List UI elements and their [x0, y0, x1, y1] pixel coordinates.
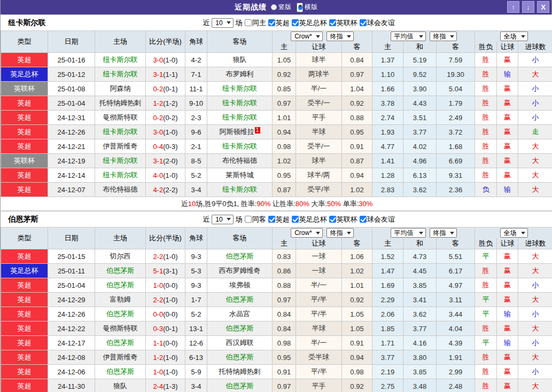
avg-draw-cell: 4.73 [403, 249, 437, 264]
away-team-cell: 阿斯顿维拉1 [207, 125, 273, 139]
avg-draw-cell: 3.62 [403, 307, 437, 322]
odds-company-header: Crow*终指 [273, 228, 372, 239]
score-cell: 3-1(1-1) [146, 67, 185, 82]
avg-home-cell: 1.71 [372, 336, 403, 350]
league-checkbox[interactable] [360, 216, 367, 223]
match-count-select[interactable]: 10 [212, 215, 233, 224]
result-wdl-cell: 胜 [475, 365, 497, 379]
odds-handicap-cell: 平/半 [296, 293, 342, 307]
avg-away-cell: 3.44 [437, 307, 475, 322]
average-time-select[interactable]: 终指 [430, 228, 457, 238]
same-venue-checkbox[interactable] [245, 216, 252, 223]
away-team-cell: 布伦特福德 [207, 154, 273, 168]
odds-away-cell: 1.05 [342, 307, 372, 322]
league-filter-option[interactable]: 英联杯 [329, 215, 357, 224]
league-badge: 英超 [1, 168, 48, 183]
league-checkbox[interactable] [268, 216, 275, 223]
odds-home-cell: 0.92 [273, 67, 296, 82]
scroll-down-button[interactable]: ↓ [522, 1, 534, 13]
average-select[interactable]: 平均值 [391, 228, 426, 238]
match-date: 24-12-17 [48, 336, 95, 350]
scope-select[interactable]: 全场 [500, 32, 528, 41]
radio-vertical-layout[interactable]: 竖版 [271, 3, 291, 12]
fulltime-score: 1-0 [153, 368, 163, 376]
odds-handicap-cell: 平/半 [296, 307, 342, 322]
radio-selected-icon[interactable] [297, 3, 303, 12]
radio-icon[interactable] [271, 4, 277, 10]
home-team-name: 纽卡斯尔联 [103, 156, 138, 164]
result-wdl-cell: 平 [475, 307, 497, 322]
away-team-cell: 纽卡斯尔联 [207, 111, 273, 125]
league-checkbox[interactable] [329, 216, 336, 223]
away-team-name: 西布罗姆维奇 [219, 266, 261, 275]
fulltime-score: 0-2 [153, 85, 163, 93]
result-wdl-cell: 胜 [475, 53, 497, 67]
away-team-cell: 伯恩茅斯 [207, 379, 273, 392]
league-badge: 英超 [1, 350, 48, 365]
odds-away-cell: 0.91 [342, 336, 372, 350]
scope-select[interactable]: 全场 [500, 228, 528, 238]
section-header-cell: 伯恩茅斯近10场同客英超英足总杯英联杯球会友谊 [1, 211, 552, 228]
league-checkbox[interactable] [268, 19, 275, 26]
odds-time-select[interactable]: 终指 [326, 32, 354, 41]
result-wdl-cell: 胜 [475, 154, 497, 168]
league-checkbox[interactable] [360, 19, 367, 26]
result-scope-header: 全场 [475, 31, 552, 42]
odds-handicap-cell: 半/一 [296, 82, 342, 96]
match-row: 英超24-12-31曼彻斯特联0-2(0-2)2-3纽卡斯尔联1.01平手0.8… [1, 111, 552, 125]
halftime-score: (2-2) [163, 186, 177, 194]
league-checkbox[interactable] [292, 19, 299, 26]
result-handicap-cell: 赢 [497, 111, 518, 125]
league-checkbox[interactable] [292, 216, 299, 223]
away-team-cell: 狼队 [207, 53, 273, 67]
match-date: 25-01-04 [48, 278, 95, 293]
league-checkbox[interactable] [329, 19, 336, 26]
halftime-score: (0-0) [163, 339, 177, 347]
league-filter-option[interactable]: 英足总杯 [292, 18, 327, 28]
odds-home-cell: 1.02 [273, 154, 296, 168]
same-venue-option[interactable]: 同主 [245, 18, 266, 28]
avg-draw-cell: 3.90 [403, 82, 437, 96]
corner-cell: 1-7 [185, 293, 207, 307]
league-badge: 英超 [1, 139, 48, 154]
league-filter-option[interactable]: 英超 [268, 215, 290, 224]
average-odds-header: 平均值终指 [372, 31, 475, 42]
result-handicap-cell: 输 [497, 336, 518, 350]
col-score-header: 比分(半场) [146, 228, 185, 249]
odds-company-select[interactable]: Crow* [291, 32, 323, 41]
avg-draw-cell: 3.77 [403, 322, 437, 336]
score-cell: 2-2(1-0) [146, 249, 185, 264]
away-team-name: 埃弗顿 [229, 281, 250, 289]
odds-company-select[interactable]: Crow* [291, 228, 323, 238]
corner-cell: 2-3 [185, 111, 207, 125]
close-button[interactable]: X [537, 1, 549, 13]
league-filter-option[interactable]: 球会友谊 [360, 18, 395, 28]
scroll-up-button[interactable]: ↑ [507, 1, 519, 13]
home-team-cell: 托特纳姆热刺 [95, 96, 146, 111]
odds-time-select[interactable]: 终指 [326, 228, 354, 238]
league-badge: 英超 [1, 379, 48, 392]
odds-away-cell: 1.05 [342, 322, 372, 336]
average-select[interactable]: 平均值 [391, 32, 426, 41]
arrow-up-icon: ↑ [511, 3, 515, 11]
league-filter-option[interactable]: 英联杯 [329, 18, 357, 28]
same-venue-option[interactable]: 同客 [245, 215, 266, 224]
away-team-name: 伯恩茅斯 [226, 382, 254, 390]
league-filter-option[interactable]: 球会友谊 [360, 215, 395, 224]
average-time-select[interactable]: 终指 [430, 32, 457, 41]
result-wdl-cell: 胜 [475, 96, 497, 111]
league-filter-option[interactable]: 英足总杯 [292, 215, 327, 224]
team-recent-table: 伯恩茅斯近10场同客英超英足总杯英联杯球会友谊类型日期主场比分(半场)角球客场C… [1, 211, 552, 392]
avg-draw-cell: 3.48 [403, 379, 437, 392]
arrow-down-icon: ↓ [526, 3, 530, 11]
filter-suffix-label: 场 [236, 18, 243, 28]
same-venue-checkbox[interactable] [245, 19, 252, 26]
match-count-select[interactable]: 10 [212, 18, 233, 28]
radio-horizontal-layout[interactable]: 横版 [297, 3, 317, 12]
col-type-header: 类型 [1, 228, 48, 249]
score-cell: 1-0(1-0) [146, 365, 185, 379]
away-team-name: 阿斯顿维拉 [220, 128, 254, 136]
home-team-name: 伯恩茅斯 [106, 266, 134, 275]
league-filter-option[interactable]: 英超 [268, 18, 290, 28]
score-cell: 2-4(1-3) [146, 379, 185, 392]
